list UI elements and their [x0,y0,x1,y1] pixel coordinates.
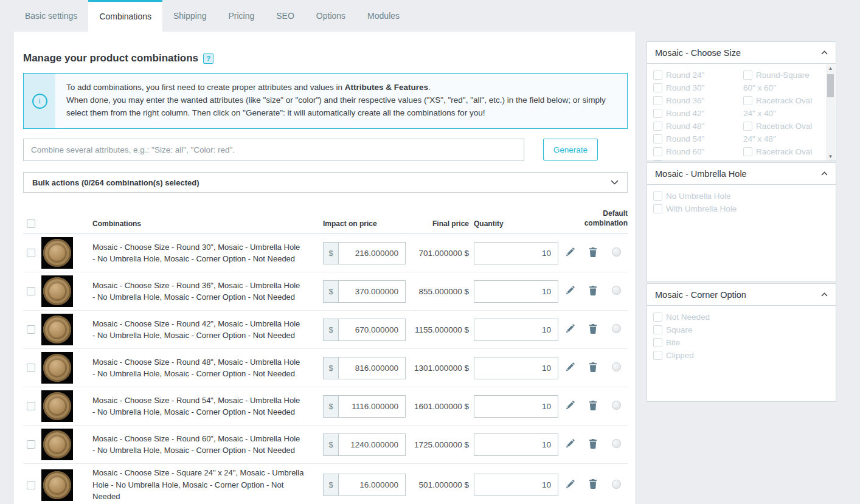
scroll-up-arrow[interactable]: ▲ [826,64,835,72]
quantity-input[interactable] [474,357,558,379]
edit-icon[interactable] [566,286,575,295]
attribute-option[interactable]: Round 48" [653,120,743,133]
impact-on-price-group: $ [323,474,406,496]
tab-combinations[interactable]: Combinations [88,0,162,32]
scroll-down-arrow[interactable]: ▼ [826,153,835,161]
impact-price-input[interactable] [338,395,406,418]
product-thumbnail [41,469,73,501]
row-checkbox[interactable] [27,287,35,295]
attribute-option-label: No Umbrella Hole [666,192,731,201]
default-combination-radio[interactable] [612,324,621,333]
currency-addon: $ [323,433,339,456]
attribute-option[interactable]: Round 36" [653,94,743,107]
attribute-option[interactable]: Round 60" [653,145,743,158]
impact-price-input[interactable] [338,474,406,496]
delete-icon[interactable] [589,401,597,410]
default-combination-radio[interactable] [612,247,621,257]
help-icon[interactable]: ? [203,54,213,64]
chevron-up-icon [821,292,828,297]
default-combination-radio[interactable] [612,439,621,448]
impact-price-input[interactable] [338,280,406,303]
attribute-option[interactable]: Racetrack Oval [743,145,824,158]
impact-price-input[interactable] [338,357,406,379]
attribute-option[interactable]: Round 30" [653,81,743,94]
quantity-input[interactable] [474,280,558,303]
default-combination-radio[interactable] [612,401,621,410]
quantity-input[interactable] [474,319,558,341]
row-checkbox[interactable] [27,364,35,372]
panel-header-choose-size[interactable]: Mosaic - Choose Size [647,41,836,64]
combination-name: Mosaic - Choose Size - Round 54", Mosaic… [92,395,323,418]
attribute-option[interactable]: Square [653,323,830,336]
default-combination-radio[interactable] [612,362,621,371]
edit-icon[interactable] [566,362,575,371]
default-combination-radio[interactable] [612,286,621,295]
attribute-option[interactable]: Not Needed [653,311,830,323]
attribute-option-label: Bite [666,338,680,347]
final-price: 701.000000 $ [411,247,469,260]
delete-icon[interactable] [589,247,597,257]
delete-icon[interactable] [589,439,597,449]
attribute-option[interactable]: Round 54" [653,133,743,145]
default-combination-radio[interactable] [612,480,621,489]
attribute-option[interactable]: Round 24" [653,69,743,81]
row-checkbox[interactable] [27,325,35,334]
checkbox-icon [653,351,662,360]
checkbox-icon [653,122,662,131]
scroll-thumb[interactable] [827,74,834,97]
impact-price-input[interactable] [338,242,406,264]
impact-price-input[interactable] [338,319,406,341]
edit-icon[interactable] [566,247,575,257]
row-checkbox[interactable] [27,481,35,489]
quantity-input[interactable] [474,474,558,496]
tab-pricing[interactable]: Pricing [217,0,265,32]
delete-icon[interactable] [589,362,597,372]
attribute-option[interactable]: Racetrack Oval 24" x 40" [743,94,824,120]
row-checkbox[interactable] [27,440,35,449]
generate-button[interactable]: Generate [543,139,598,161]
scrollbar[interactable]: ▲ ▼ [826,64,835,161]
panel-header-umbrella-hole[interactable]: Mosaic - Umbrella Hole [647,162,836,185]
edit-icon[interactable] [566,480,575,489]
delete-icon[interactable] [589,479,597,489]
edit-icon[interactable] [566,439,575,448]
delete-icon[interactable] [589,286,597,295]
attribute-search-input[interactable] [23,139,524,161]
row-checkbox[interactable] [27,402,35,410]
tab-basic-settings[interactable]: Basic settings [14,0,88,32]
final-price: 1601.000000 $ [411,401,469,413]
attribute-option[interactable]: Racetrack Oval 24" x 48" [743,120,824,145]
attribute-option[interactable]: No Umbrella Hole [653,190,830,202]
final-price: 1725.000000 $ [411,439,469,451]
row-checkbox[interactable] [27,249,35,257]
attribute-panel-corner-option: Mosaic - Corner Option Not NeededSquareB… [647,283,836,402]
tab-seo[interactable]: SEO [265,0,305,32]
quantity-input[interactable] [474,433,558,456]
quantity-input[interactable] [474,395,558,418]
attribute-option[interactable] [653,158,743,161]
edit-icon[interactable] [566,324,575,333]
tab-modules[interactable]: Modules [356,0,411,32]
attribute-option[interactable]: With Umbrella Hole [653,202,830,215]
attribute-option[interactable]: Round 42" [653,107,743,120]
panel-title: Mosaic - Choose Size [655,48,741,58]
final-price: 1155.000000 $ [411,324,469,336]
tab-options[interactable]: Options [305,0,356,32]
edit-icon[interactable] [566,401,575,410]
table-row: Mosaic - Choose Size - Round 42", Mosaic… [23,311,628,349]
quantity-input[interactable] [474,242,558,264]
attribute-option-label: Square [666,325,693,334]
panel-header-corner-option[interactable]: Mosaic - Corner Option [647,283,836,306]
table-row: Mosaic - Choose Size - Round 60", Mosaic… [23,426,628,464]
attribute-option[interactable]: Round-Square 60" x 60" [743,69,824,94]
select-all-checkbox[interactable] [27,219,35,228]
attribute-option[interactable]: Clipped [653,349,830,362]
mosaic-medallion-image [43,471,71,499]
tab-shipping[interactable]: Shipping [162,0,218,32]
impact-price-input[interactable] [338,433,406,456]
checkbox-icon [653,71,662,80]
bulk-actions-dropdown[interactable]: Bulk actions (0/264 combination(s) selec… [23,172,628,193]
delete-icon[interactable] [589,324,597,334]
impact-on-price-group: $ [323,433,406,456]
attribute-option[interactable]: Bite [653,336,830,349]
